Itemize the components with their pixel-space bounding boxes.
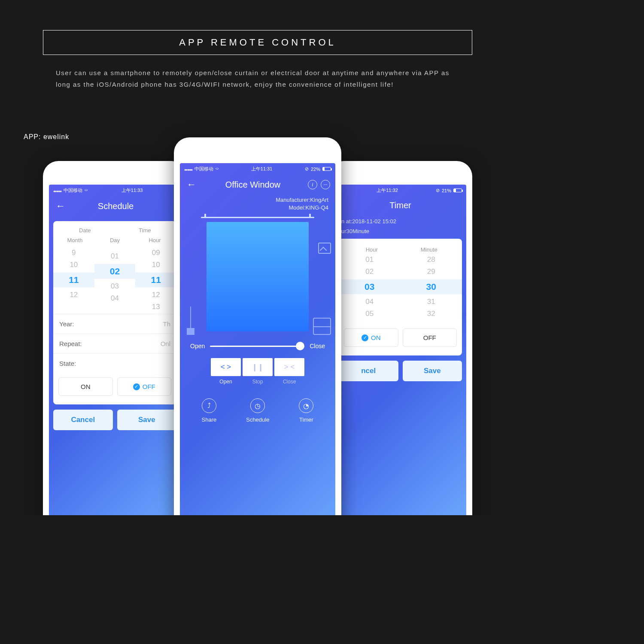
model-label: Model:KING-Q4	[187, 204, 328, 212]
repeat-value[interactable]: Onl	[161, 340, 170, 347]
phone-timer: 上午11:32 ⊘21% Timer n at:2018-11-02 15:02…	[328, 161, 472, 515]
stop-button[interactable]: ❙❙	[243, 358, 273, 376]
duration-label: ur30Minute	[334, 226, 466, 236]
status-bar: 中国移动 上午11:31 ⊘22%	[180, 163, 335, 175]
more-icon[interactable]	[321, 180, 330, 189]
back-button[interactable]: ←	[54, 200, 67, 212]
picker-value[interactable]: 29	[427, 267, 435, 276]
clock-label: 上午11:33	[122, 187, 143, 194]
state-off-button[interactable]: OFF	[403, 328, 457, 347]
col-hour: Hour	[343, 246, 401, 253]
picker-value[interactable]: 01	[365, 255, 374, 264]
tab-time[interactable]: Time	[115, 227, 175, 234]
repeat-label: Repeat:	[59, 340, 82, 347]
banner-description: User can use a smartphone to remotely op…	[56, 67, 459, 90]
timer-icon: ◔	[299, 398, 313, 413]
battery-icon	[453, 188, 462, 192]
picker-value[interactable]: 9	[72, 249, 76, 257]
col-minute: Minute	[401, 246, 458, 253]
picker-value[interactable]: 02	[94, 264, 136, 279]
battery-label: 22%	[311, 167, 320, 172]
nav-timer[interactable]: ◔Timer	[299, 398, 313, 423]
year-label: Year:	[59, 320, 74, 328]
picker-value[interactable]: 02	[365, 267, 374, 276]
curtain-illustration	[187, 217, 328, 335]
slider-knob[interactable]	[296, 342, 304, 350]
status-bar: 中国移动 上午11:33	[49, 185, 181, 196]
phone-row: 中国移动 上午11:33 ← Schedule Date Time Month …	[0, 137, 515, 515]
page-title: Schedule	[67, 201, 164, 211]
manufacturer-label: Manufacturer:KingArt	[187, 196, 328, 204]
info-icon[interactable]: i	[308, 180, 317, 189]
position-slider[interactable]	[210, 346, 304, 347]
check-icon: ✓	[133, 383, 140, 390]
phone-schedule: 中国移动 上午11:33 ← Schedule Date Time Month …	[43, 161, 187, 515]
carrier-label: 中国移动	[64, 187, 82, 194]
wifi-icon	[85, 188, 88, 194]
picker-value[interactable]: 12	[70, 291, 78, 299]
clock-label: 上午11:32	[377, 187, 398, 194]
banner-title: APP REMOTE CONTROL	[43, 30, 472, 55]
slider-open-label: Open	[190, 343, 205, 349]
page-title: Office Window	[198, 180, 308, 190]
picker-value[interactable]: 13	[152, 303, 160, 311]
carrier-label: 中国移动	[194, 166, 213, 172]
open-button[interactable]: < >	[211, 358, 241, 376]
nav-schedule[interactable]: ◷Schedule	[246, 398, 269, 423]
clock-label: 上午11:31	[251, 166, 273, 172]
picker-value[interactable]: 31	[427, 298, 435, 306]
run-at-label: n at:2018-11-02 15:02	[334, 216, 466, 226]
back-button[interactable]: ←	[185, 179, 198, 190]
year-value[interactable]: Th	[163, 320, 170, 328]
picker-value[interactable]: 03	[339, 279, 401, 294]
col-hour: Hour	[135, 237, 175, 243]
nav-share[interactable]: ⤴Share	[202, 398, 217, 423]
time-picker[interactable]: 0102030405 2829303132	[339, 253, 462, 321]
picker-value[interactable]: 11	[135, 273, 176, 287]
picker-value[interactable]: 03	[111, 282, 119, 291]
stop-label: Stop	[243, 379, 273, 385]
share-icon: ⤴	[202, 398, 216, 413]
rotation-lock-icon: ⊘	[305, 166, 309, 172]
signal-icon	[184, 167, 192, 172]
picker-value[interactable]: 32	[427, 310, 435, 318]
picker-value[interactable]: 28	[427, 255, 435, 264]
picker-value[interactable]: 04	[365, 298, 374, 306]
picker-value[interactable]: 01	[111, 252, 119, 261]
cancel-button[interactable]: ncel	[339, 361, 398, 381]
state-on-button[interactable]: ON	[58, 377, 113, 396]
save-button[interactable]: Save	[117, 410, 177, 430]
picker-value[interactable]: 12	[152, 291, 160, 299]
battery-label: 21%	[442, 188, 451, 193]
battery-icon	[322, 167, 331, 171]
save-button[interactable]: Save	[403, 361, 462, 381]
picker-value[interactable]: 11	[53, 273, 94, 287]
picker-value[interactable]: 04	[111, 294, 119, 303]
slider-close-label: Close	[310, 343, 325, 349]
plant-icon	[186, 305, 195, 335]
tab-date[interactable]: Date	[55, 227, 115, 234]
rotation-lock-icon: ⊘	[436, 188, 440, 193]
state-on-button[interactable]: ✓ON	[344, 328, 398, 347]
open-label: Open	[211, 379, 241, 385]
status-bar: 上午11:32 ⊘21%	[334, 185, 466, 196]
clock-icon: ◷	[250, 398, 265, 413]
picker-value[interactable]: 10	[152, 261, 160, 269]
picker-value[interactable]: 30	[401, 279, 462, 294]
signal-icon	[53, 188, 61, 193]
close-label: Close	[274, 379, 304, 385]
date-picker[interactable]: 9101112 01020304 0910111213	[53, 246, 176, 314]
wifi-icon	[216, 166, 219, 172]
picker-value[interactable]: 10	[70, 261, 78, 269]
col-day: Day	[95, 237, 135, 243]
dresser-icon	[313, 318, 331, 335]
picture-icon	[318, 243, 331, 254]
state-off-button[interactable]: ✓OFF	[117, 377, 172, 396]
col-month: Month	[55, 237, 95, 243]
close-button[interactable]: > <	[274, 358, 304, 376]
picker-value[interactable]: 05	[365, 310, 374, 318]
picker-value[interactable]: 09	[152, 249, 160, 257]
state-label: State:	[59, 360, 76, 367]
check-icon: ✓	[361, 334, 368, 341]
cancel-button[interactable]: Cancel	[53, 410, 113, 430]
